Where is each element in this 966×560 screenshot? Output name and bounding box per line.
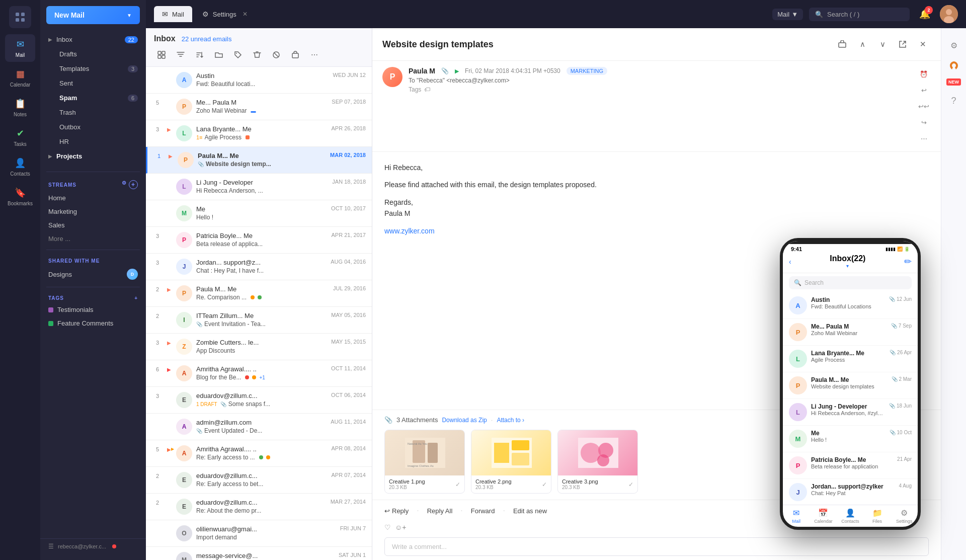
mobile-email-item[interactable]: M Me Hello ! 📎 10 Oct bbox=[783, 426, 918, 452]
sidebar-item-contacts[interactable]: 👤 Contacts bbox=[5, 153, 35, 181]
add-reaction-button[interactable]: ☺+ bbox=[395, 523, 406, 531]
email-row[interactable]: 2 E eduardov@zillum.c... Re: About the d… bbox=[146, 494, 372, 520]
reply-all-quick-button[interactable]: ↩↩ bbox=[917, 99, 931, 113]
attach-to-button[interactable]: Attach to › bbox=[497, 417, 524, 424]
mobile-email-item[interactable]: J Jordan... support@zylker Chat: Hey Pat… bbox=[783, 479, 918, 505]
mobile-email-item[interactable]: P Paula M... Me Website design templates… bbox=[783, 372, 918, 399]
mobile-search-bar[interactable]: 🔍 Search bbox=[789, 276, 912, 289]
new-mail-button[interactable]: New Mail ▼ bbox=[46, 6, 140, 24]
help-button[interactable]: ? bbox=[945, 92, 963, 110]
email-row[interactable]: 5 P Me... Paula M Zoho Mail Webinar ▬ SE… bbox=[146, 94, 372, 120]
sidebar-item-mail[interactable]: ✉ Mail bbox=[5, 34, 35, 62]
comment-input[interactable]: Write a comment... bbox=[384, 537, 929, 556]
email-row[interactable]: L Li Jung - Developer Hi Rebecca Anderso… bbox=[146, 174, 372, 200]
edit-as-new-button[interactable]: Edit as new bbox=[513, 507, 547, 515]
tab-settings[interactable]: ⚙ Settings ✕ bbox=[194, 6, 256, 22]
streams-sales[interactable]: Sales bbox=[40, 218, 146, 232]
forward-button[interactable]: Forward bbox=[471, 507, 495, 515]
email-row[interactable]: M Me Hello ! OCT 10, 2017 bbox=[146, 200, 372, 227]
tag-testimonials[interactable]: Testimonials bbox=[40, 303, 146, 316]
tag-button[interactable] bbox=[230, 47, 246, 62]
email-row[interactable]: O olilienwuaru@gmai... Import demand FRI… bbox=[146, 520, 372, 547]
mobile-tab-contacts[interactable]: 👤 Contacts bbox=[837, 508, 864, 524]
reminder-button[interactable]: ⏰ bbox=[917, 67, 931, 81]
email-row[interactable]: 3 ▶ Z Zombie Cutters... le... App Discou… bbox=[146, 334, 372, 360]
footer-menu-icon[interactable]: ☰ bbox=[48, 543, 54, 550]
tag-feature-comments[interactable]: Feature Comments bbox=[40, 316, 146, 330]
shared-designs[interactable]: Designs D bbox=[40, 266, 146, 283]
sidebar-item-notes[interactable]: 📋 Notes bbox=[5, 94, 35, 121]
streams-marketing[interactable]: Marketing bbox=[40, 205, 146, 218]
settings-tab-close-icon[interactable]: ✕ bbox=[243, 11, 248, 18]
heart-reaction-icon[interactable]: ♡ bbox=[384, 523, 391, 531]
folder-button[interactable] bbox=[211, 47, 226, 62]
mobile-email-item[interactable]: P Patricia Boyle... Me Beta release for … bbox=[783, 452, 918, 479]
app-grid-button[interactable] bbox=[9, 6, 31, 28]
block-button[interactable] bbox=[269, 47, 284, 62]
sidebar-item-bookmarks[interactable]: 🔖 Bookmarks bbox=[5, 183, 35, 210]
collapse-all-button[interactable]: ∧ bbox=[854, 36, 870, 52]
streams-more[interactable]: More ... bbox=[40, 232, 146, 246]
email-row[interactable]: A Austin Fwd: Beautiful locati... WED JU… bbox=[146, 67, 372, 94]
mobile-tab-calendar[interactable]: 📅 Calendar bbox=[810, 508, 837, 524]
user-avatar[interactable] bbox=[940, 5, 958, 23]
expand-icon-button[interactable] bbox=[834, 36, 850, 52]
email-row[interactable]: 3 J Jordan... support@z... Chat : Hey Pa… bbox=[146, 254, 372, 280]
mobile-tab-mail[interactable]: ✉ Mail bbox=[783, 508, 810, 524]
gear-settings-button[interactable]: ⚙ bbox=[945, 36, 963, 54]
email-row[interactable]: 3 E eduardov@zillum.c... 1 DRAFT 📎 Some … bbox=[146, 387, 372, 414]
search-bar[interactable]: 🔍 Search ( / ) bbox=[809, 8, 910, 21]
reply-button[interactable]: ↩ Reply bbox=[384, 507, 409, 515]
mobile-email-item[interactable]: L Li Jung - Developer Hi Rebecca Anderso… bbox=[783, 399, 918, 426]
new-window-button[interactable] bbox=[895, 36, 911, 52]
reply-quick-button[interactable]: ↩ bbox=[917, 83, 931, 97]
email-row[interactable]: 2 ▶ P Paula M... Me Re. Comparison ... J… bbox=[146, 280, 372, 307]
select-all-button[interactable] bbox=[154, 47, 169, 62]
email-row[interactable]: 2 I ITTeam Zillum... Me 📎 Event Invitati… bbox=[146, 307, 372, 334]
attachment-card-1[interactable]: Imagine Clothes As Natural As You Creati… bbox=[384, 430, 465, 494]
mobile-compose-button[interactable]: ✏ bbox=[904, 256, 912, 267]
forward-quick-button[interactable]: ↪ bbox=[917, 115, 931, 129]
email-row[interactable]: 2 E eduardov@zillum.c... Re: Early acces… bbox=[146, 467, 372, 494]
attachment-card-2[interactable]: Creative 2.png 20.3 KB ✓ bbox=[471, 430, 551, 494]
reply-all-button[interactable]: Reply All bbox=[427, 507, 453, 515]
sidebar-item-outbox[interactable]: Outbox bbox=[40, 120, 146, 134]
sidebar-item-drafts[interactable]: Drafts bbox=[40, 47, 146, 61]
sidebar-item-sent[interactable]: Sent bbox=[40, 76, 146, 91]
mobile-email-item[interactable]: P Me... Paula M Zoho Mail Webinar 📎 7 Se… bbox=[783, 319, 918, 346]
sort-button[interactable] bbox=[192, 47, 207, 62]
download-zip-button[interactable]: Download as Zip bbox=[442, 417, 487, 424]
sidebar-item-tasks[interactable]: ✔ Tasks bbox=[5, 123, 35, 151]
email-row[interactable]: 3 P Patricia Boyle... Me Beta release of… bbox=[146, 227, 372, 254]
more-meta-actions-button[interactable]: ⋯ bbox=[917, 131, 931, 145]
filter-button[interactable] bbox=[173, 47, 188, 62]
mobile-email-item[interactable]: L Lana Bryante... Me Agile Process 📎 26 … bbox=[783, 346, 918, 372]
unread-count-label[interactable]: 22 unread emails bbox=[182, 35, 232, 43]
sidebar-item-spam[interactable]: Spam 6 bbox=[40, 91, 146, 105]
sidebar-item-calendar[interactable]: ▦ Calendar bbox=[5, 64, 35, 92]
streams-settings-icon[interactable]: ⚙ bbox=[122, 180, 127, 189]
share-button[interactable] bbox=[288, 47, 303, 62]
streams-home[interactable]: Home bbox=[40, 191, 146, 205]
close-detail-button[interactable]: ✕ bbox=[915, 36, 931, 52]
email-row[interactable]: A admin@zillum.com 📎 Event Updated - De.… bbox=[146, 414, 372, 440]
tab-mail[interactable]: ✉ Mail bbox=[154, 6, 192, 22]
mobile-tab-files[interactable]: 📁 Files bbox=[864, 508, 891, 524]
email-body-link[interactable]: www.zylker.com bbox=[384, 227, 435, 235]
sidebar-item-inbox[interactable]: ▶ Inbox 22 bbox=[40, 32, 146, 47]
email-row[interactable]: 1 ▶ P Paula M... Me 📎 Website design tem… bbox=[146, 147, 372, 174]
tags-add-button[interactable]: + bbox=[134, 295, 138, 301]
mobile-tab-settings[interactable]: ⚙ Settings bbox=[891, 508, 918, 524]
tag-add-icon[interactable]: 🏷 bbox=[424, 86, 430, 93]
email-row[interactable]: M message-service@... 📎 Invoice from Inv… bbox=[146, 547, 372, 560]
more-options-button[interactable]: ⋯ bbox=[307, 47, 322, 62]
sidebar-item-projects[interactable]: ▶ Projects bbox=[40, 149, 146, 164]
mobile-email-item[interactable]: A Austin Fwd: Beautiful Locations 📎 12 J… bbox=[783, 292, 918, 319]
sidebar-item-trash[interactable]: Trash bbox=[40, 105, 146, 120]
search-scope-dropdown[interactable]: Mail ▼ bbox=[772, 9, 803, 20]
email-row[interactable]: 3 ▶ L Lana Bryante... Me 1≡ Agile Proces… bbox=[146, 120, 372, 147]
delete-button[interactable] bbox=[250, 47, 265, 62]
email-row[interactable]: 6 ▶ A Amritha Agrawal.... .. Blog for th… bbox=[146, 360, 372, 387]
expand-all-button[interactable]: ∨ bbox=[874, 36, 891, 52]
streams-add-button[interactable]: + bbox=[129, 180, 138, 189]
